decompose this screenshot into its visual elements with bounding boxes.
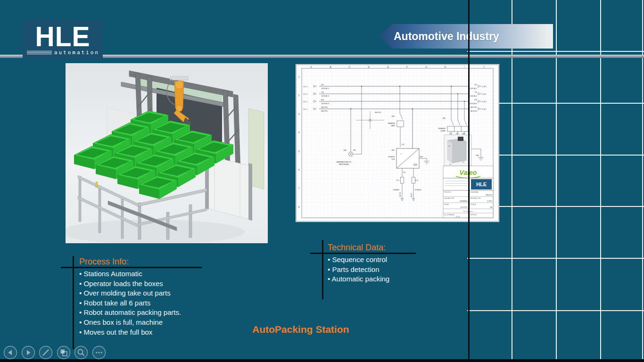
svg-text:NEUTRO: NEUTRO xyxy=(321,110,328,112)
hle-logo-text: HLE xyxy=(23,23,103,49)
process-bullet: Stations Automatic xyxy=(79,269,211,279)
presenter-toolbar xyxy=(3,346,106,360)
tb-proyecto: PROYECTO xyxy=(444,191,452,193)
svg-text:22.B-1: 22.B-1 xyxy=(482,108,487,110)
slide-title: Automotive Industry xyxy=(394,30,499,43)
process-bullet: Operator loads the boxes xyxy=(79,279,211,289)
process-bullet: Robot automatic packing parts. xyxy=(79,308,211,318)
svg-text:NEUTRO: NEUTRO xyxy=(471,107,478,108)
cabinet-photo xyxy=(444,135,471,166)
svg-text:220VCA L1: 220VCA L1 xyxy=(321,88,329,90)
svg-text:20.J-1: 20.J-1 xyxy=(303,101,308,103)
tb-ingenieria: INGENIERIA xyxy=(471,191,478,193)
psu-label-1: FUENTE xyxy=(388,156,395,158)
pen-button[interactable] xyxy=(39,346,53,360)
previous-slide-button[interactable] xyxy=(3,346,17,360)
svg-text:G: G xyxy=(425,66,427,68)
lamp-tag: -EA1 xyxy=(343,149,347,151)
technical-bullet: Automatic packing xyxy=(328,274,431,284)
next-icon xyxy=(21,346,35,360)
svg-text:I: I xyxy=(464,66,464,68)
tb-pag-val: 21 / 31 xyxy=(456,216,460,218)
tb-revisado: REVISADO POR xyxy=(471,197,480,199)
qa2-tag: -QA2 xyxy=(442,117,446,119)
svg-text:820: 820 xyxy=(474,99,477,101)
tb-dibujado: DIBUJADO POR xyxy=(444,197,454,199)
svg-text:F: F xyxy=(406,66,408,68)
zoom-icon xyxy=(74,346,88,360)
cab-wire-2: X21 xyxy=(456,133,459,135)
svg-text:20.J-1: 20.J-1 xyxy=(303,86,308,88)
previous-icon xyxy=(3,346,17,360)
svg-text:20.J-1: 20.J-1 xyxy=(303,93,308,95)
cab-wire-3: A21 xyxy=(462,133,465,135)
tb-fecha-val: 09-02-2019 xyxy=(461,206,468,208)
svg-text:220VCA L2: 220VCA L2 xyxy=(321,95,329,97)
technical-data-title: Technical Data: xyxy=(328,243,386,253)
neutro-label: NEUTRO xyxy=(375,112,381,114)
svg-text:B: B xyxy=(330,66,331,68)
more-options-button[interactable] xyxy=(92,346,106,360)
qa2-label-1: BREAKER xyxy=(438,128,446,130)
lamp-caption-1: LAMPARA ESTACION xyxy=(336,161,351,163)
svg-text:~: ~ xyxy=(400,152,402,155)
cab-wire-1: 221 xyxy=(449,133,452,135)
lamp-caption-2: ENERGIZADA xyxy=(339,164,349,165)
svg-text:720: 720 xyxy=(321,91,324,93)
technical-data-hline xyxy=(310,253,416,254)
zoom-button[interactable] xyxy=(74,346,88,360)
grid-vline xyxy=(600,0,601,360)
grid-vline xyxy=(512,0,512,360)
svg-text:22.B-1: 22.B-1 xyxy=(482,101,487,103)
more-options-icon xyxy=(92,346,106,360)
process-bullet: Moves out the full box xyxy=(79,328,211,337)
process-info-vline xyxy=(73,256,74,349)
see-all-slides-button[interactable] xyxy=(57,346,71,360)
process-info-hline xyxy=(61,267,202,268)
svg-text:NEUTRO: NEUTRO xyxy=(321,107,328,108)
tb-escala-val: N/A xyxy=(490,206,492,208)
lamp-color: WH xyxy=(353,149,356,151)
technical-bullet: Sequence control xyxy=(328,255,431,265)
next-slide-button[interactable] xyxy=(21,346,35,360)
svg-text:22.B-1: 22.B-1 xyxy=(482,86,487,88)
svg-text:E: E xyxy=(387,66,388,68)
svg-text:NEUTRO: NEUTRO xyxy=(471,110,478,112)
svg-text:720: 720 xyxy=(474,91,477,93)
grid-vline xyxy=(556,0,557,360)
svg-text:220VCA L1: 220VCA L1 xyxy=(469,88,477,90)
tb-ing-val: EPAC1419 xyxy=(486,194,492,196)
fc1-tag: -FC1 xyxy=(396,180,399,181)
pen-icon xyxy=(39,346,53,360)
svg-text:220VCA L3: 220VCA L3 xyxy=(321,103,329,105)
fusible-1: FUSIBLE xyxy=(393,189,399,191)
svg-text:220VCA L3: 220VCA L3 xyxy=(469,103,477,105)
gnd-left-label: -GND xyxy=(419,156,423,158)
see-all-slides-icon xyxy=(57,346,71,360)
tb-revision: REVISION xyxy=(471,214,477,216)
svg-text:220VCA L2: 220VCA L2 xyxy=(469,95,477,97)
slide: HLE automation Automotive Industry xyxy=(0,0,644,362)
qa1-label-1: BREAKER xyxy=(388,123,396,124)
fuse-wire: 521 xyxy=(403,172,406,173)
technical-bullet: Parts detection xyxy=(328,265,431,275)
technical-data-list: Sequence control Parts detection Automat… xyxy=(328,255,431,284)
fusible-2: FUSIBLE xyxy=(415,189,421,191)
process-bullet: Robot take all 6 parts xyxy=(79,298,211,308)
psu-wire: U21 xyxy=(402,144,405,146)
hle-logo: HLE automation xyxy=(23,19,103,59)
svg-text:620: 620 xyxy=(474,84,477,86)
tb-pagina: NO. DE PAGINA xyxy=(444,214,454,216)
tb-dib-val: A.MIRANDA xyxy=(460,200,467,202)
out-0vcd: 0VCD xyxy=(411,193,413,197)
svg-text:20.J-1: 20.J-1 xyxy=(303,108,308,110)
gnd-right-label: -GND xyxy=(475,155,479,156)
qa1-tag: -QA1 xyxy=(391,115,395,117)
out-24vcd: 24VCD xyxy=(399,192,401,197)
svg-text:22.B-1: 22.B-1 xyxy=(482,93,487,95)
grid-hline xyxy=(467,51,644,52)
psu-label-2: 15 A xyxy=(391,158,395,160)
process-bullet: Ones box is full, machine xyxy=(79,318,211,328)
process-info-title: Process Info: xyxy=(79,257,129,267)
technical-data-vline xyxy=(322,240,323,299)
